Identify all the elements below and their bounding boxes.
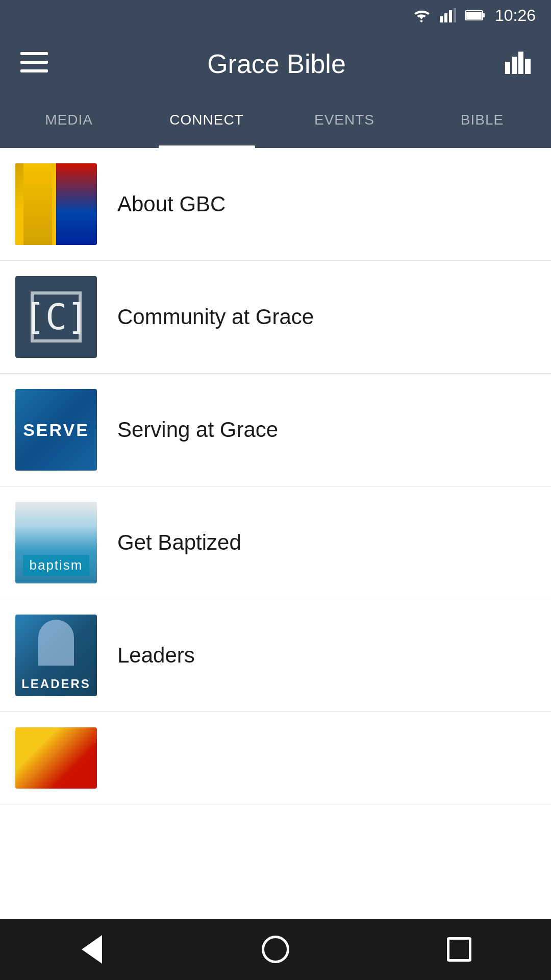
serve-text: SERVE (23, 420, 89, 440)
nav-home-button[interactable] (255, 929, 296, 970)
list-item[interactable]: SERVE Serving at Grace (0, 374, 551, 486)
leaders-figure (38, 620, 74, 666)
c-bracket-icon: [C] (31, 291, 82, 342)
app-header: Grace Bible (0, 31, 551, 97)
status-icons: 10:26 (412, 6, 536, 25)
nav-recents-button[interactable] (439, 929, 480, 970)
signal-icon (440, 8, 456, 22)
app-title: Grace Bible (207, 48, 346, 79)
tab-connect[interactable]: CONNECT (138, 97, 276, 148)
svg-rect-9 (20, 69, 48, 72)
list-item[interactable]: LEADERS Leaders (0, 599, 551, 712)
svg-rect-8 (20, 61, 48, 64)
list-item[interactable]: [C] Community at Grace (0, 261, 551, 374)
about-gbc-label: About GBC (117, 192, 226, 216)
svg-rect-13 (525, 59, 531, 74)
svg-rect-12 (518, 52, 523, 74)
svg-rect-2 (449, 10, 452, 22)
svg-rect-6 (466, 12, 482, 19)
serve-label: Serving at Grace (117, 418, 278, 442)
baptism-text: baptism (23, 555, 89, 576)
leaders-thumbnail: LEADERS (15, 615, 97, 696)
baptism-thumbnail: baptism (15, 502, 97, 583)
community-thumbnail: [C] (15, 276, 97, 358)
svg-rect-0 (440, 16, 443, 22)
svg-rect-10 (505, 62, 510, 74)
list-item[interactable]: baptism Get Baptized (0, 486, 551, 599)
svg-rect-11 (512, 57, 517, 74)
hamburger-menu-icon[interactable] (20, 52, 48, 76)
community-label: Community at Grace (117, 305, 314, 329)
about-gbc-thumbnail (15, 163, 97, 245)
leaders-text: LEADERS (21, 677, 91, 691)
svg-rect-3 (454, 8, 456, 22)
content-list: About GBC [C] Community at Grace SERVE S… (0, 148, 551, 919)
wifi-icon (412, 8, 431, 22)
home-icon (262, 936, 289, 963)
tab-events[interactable]: EVENTS (276, 97, 413, 148)
battery-icon (465, 10, 486, 21)
recents-icon (447, 937, 471, 962)
tab-media[interactable]: MEDIA (0, 97, 138, 148)
partial-thumbnail (15, 727, 97, 789)
svg-rect-5 (483, 13, 485, 17)
tab-bible[interactable]: BIBLE (413, 97, 551, 148)
chart-icon[interactable] (505, 52, 531, 76)
nav-bar (0, 919, 551, 980)
svg-rect-7 (20, 52, 48, 55)
list-item[interactable]: About GBC (0, 148, 551, 261)
status-time: 10:26 (495, 6, 536, 25)
tab-bar: MEDIA CONNECT EVENTS BIBLE (0, 97, 551, 148)
status-bar: 10:26 (0, 0, 551, 31)
list-item-partial[interactable] (0, 712, 551, 804)
back-icon (82, 935, 102, 964)
nav-back-button[interactable] (71, 929, 112, 970)
baptism-label: Get Baptized (117, 530, 241, 555)
serve-thumbnail: SERVE (15, 389, 97, 471)
leaders-label: Leaders (117, 643, 195, 668)
svg-rect-1 (444, 13, 447, 22)
